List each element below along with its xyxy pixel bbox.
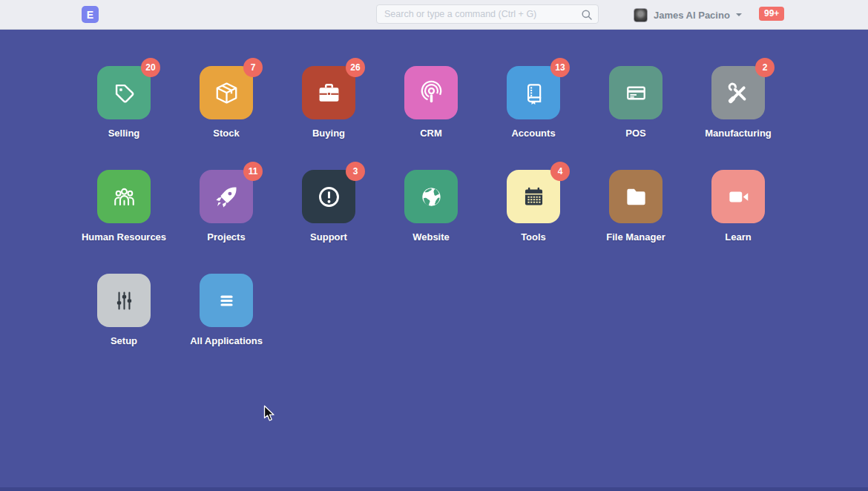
notification-badge: 11 xyxy=(243,162,263,181)
app-logo-button[interactable]: E xyxy=(82,6,99,23)
video-icon xyxy=(725,183,752,211)
notification-badge: 20 xyxy=(141,58,160,77)
briefcase-icon xyxy=(315,79,343,107)
notifications-count-badge[interactable]: 99+ xyxy=(759,7,784,21)
notification-badge: 7 xyxy=(243,58,263,77)
search-icon xyxy=(581,9,593,21)
app-tile-tools[interactable]: 4 Tools xyxy=(482,170,585,243)
sliders-icon xyxy=(111,287,138,314)
notification-badge: 4 xyxy=(550,162,570,181)
app-tile-buying[interactable]: 26 Buying xyxy=(277,66,380,139)
app-tile-learn[interactable]: Learn xyxy=(687,170,789,243)
navbar: E James Al Pacino 99+ xyxy=(0,0,868,30)
app-label: Setup xyxy=(111,335,137,346)
app-tile-crm[interactable]: CRM xyxy=(380,66,482,139)
app-tile-square xyxy=(711,170,765,223)
app-tile-square: 20 xyxy=(97,66,151,119)
user-avatar xyxy=(634,8,648,22)
app-tile-support[interactable]: 3 Support xyxy=(277,170,380,243)
app-tile-setup[interactable]: Setup xyxy=(73,274,175,346)
app-tile-square: 11 xyxy=(200,170,253,223)
app-tile-square: 2 xyxy=(711,66,765,119)
app-label: File Manager xyxy=(606,231,665,243)
app-label: Buying xyxy=(312,128,345,139)
global-search xyxy=(376,4,599,24)
app-tile-square: 3 xyxy=(302,170,355,223)
app-tile-stock[interactable]: 7 Stock xyxy=(175,66,277,139)
app-tile-square xyxy=(97,274,151,327)
calendar-icon xyxy=(520,183,548,211)
book-icon xyxy=(520,79,548,107)
app-label: Learn xyxy=(725,231,751,243)
app-tile-all-applications[interactable]: All Applications xyxy=(175,274,277,346)
app-tile-square: 4 xyxy=(507,170,560,223)
app-tile-projects[interactable]: 11 Projects xyxy=(175,170,277,243)
app-label: Tools xyxy=(521,231,546,243)
app-tile-human-resources[interactable]: Human Resources xyxy=(73,170,175,243)
app-tile-square xyxy=(404,66,458,119)
bottom-edge-strip xyxy=(0,487,868,491)
notification-badge: 26 xyxy=(346,58,365,77)
tag-icon xyxy=(111,79,138,107)
podcast-icon xyxy=(418,79,445,107)
app-label: CRM xyxy=(420,128,442,139)
app-tile-selling[interactable]: 20 Selling xyxy=(73,66,175,139)
app-grid: 20 Selling 7 Stock 26 Buying CRM 13 Acco… xyxy=(73,66,789,346)
people-icon xyxy=(111,183,138,211)
issue-icon xyxy=(315,183,343,211)
app-tile-square xyxy=(609,66,662,119)
app-logo-letter: E xyxy=(87,9,93,21)
globe-icon xyxy=(418,183,445,211)
notification-badge: 13 xyxy=(550,58,570,77)
app-label: Projects xyxy=(207,231,245,243)
credit-card-icon xyxy=(622,79,650,107)
app-label: All Applications xyxy=(190,335,263,346)
menu-icon xyxy=(213,287,240,314)
notification-badge: 3 xyxy=(346,162,365,181)
app-tile-square xyxy=(97,170,151,223)
tools-icon xyxy=(725,79,752,107)
folder-icon xyxy=(622,183,650,211)
app-tile-square xyxy=(404,170,458,223)
app-tile-website[interactable]: Website xyxy=(380,170,482,243)
app-tile-file-manager[interactable]: File Manager xyxy=(585,170,687,243)
app-tile-manufacturing[interactable]: 2 Manufacturing xyxy=(687,66,789,139)
app-tile-square: 7 xyxy=(200,66,253,119)
app-tile-pos[interactable]: POS xyxy=(585,66,687,139)
app-label: Manufacturing xyxy=(705,128,772,139)
app-label: POS xyxy=(625,128,645,139)
app-label: Accounts xyxy=(511,128,555,139)
mouse-cursor xyxy=(263,405,276,422)
notification-badge: 2 xyxy=(755,58,775,77)
app-tile-square: 26 xyxy=(302,66,355,119)
user-menu[interactable]: James Al Pacino xyxy=(634,0,742,30)
app-label: Selling xyxy=(108,128,140,139)
desktop-background: 20 Selling 7 Stock 26 Buying CRM 13 Acco… xyxy=(0,30,868,491)
app-tile-square xyxy=(609,170,662,223)
rocket-icon xyxy=(213,183,240,211)
app-tile-square: 13 xyxy=(507,66,560,119)
app-label: Stock xyxy=(213,128,239,139)
chevron-down-icon xyxy=(736,13,742,16)
search-input[interactable] xyxy=(377,5,598,23)
app-tile-accounts[interactable]: 13 Accounts xyxy=(482,66,585,139)
app-label: Website xyxy=(412,231,450,243)
user-name: James Al Pacino xyxy=(654,10,730,21)
app-label: Support xyxy=(310,231,347,243)
app-tile-square xyxy=(200,274,253,327)
app-label: Human Resources xyxy=(82,231,166,243)
box-icon xyxy=(213,79,240,107)
